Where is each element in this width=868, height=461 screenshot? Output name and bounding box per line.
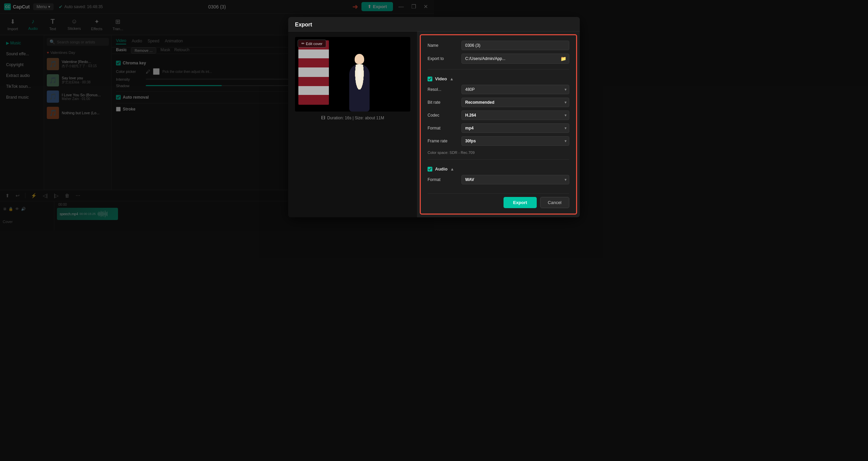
export-to-label: Export to — [428, 56, 434, 61]
edit-cover-button[interactable]: ✏ Edit cover — [298, 40, 326, 47]
color-space-text: Color space: SDR - Rec.709 — [428, 151, 434, 155]
film-icon: 🎞 — [321, 116, 325, 120]
modal-title: Export — [288, 17, 434, 32]
preview-info: 🎞 Duration: 16s | Size: about 11M — [321, 116, 384, 120]
person-body — [349, 64, 370, 112]
framerate-row: Frame rate 24fps 25fps 30fps 60fps — [428, 136, 434, 146]
pencil-icon: ✏ — [301, 41, 304, 46]
name-label: Name — [428, 43, 434, 48]
modal-preview: ✏ Edit cover 🎞 Duration: 16s | Size: abo… — [288, 32, 417, 217]
modal-divider-1 — [428, 69, 434, 69]
export-to-row: Export to 📁 — [428, 54, 434, 64]
export-settings-panel: Name Export to 📁 Video ▲ — [420, 34, 434, 215]
edit-cover-label: Edit cover — [306, 42, 322, 46]
video-section-checkbox[interactable] — [428, 77, 432, 81]
framerate-label: Frame rate — [428, 139, 434, 143]
codec-row: Codec H.264 H.265 VP9 — [428, 111, 434, 120]
audio-format-label: Format — [428, 177, 434, 182]
export-modal: Export ✏ Edit cover — [288, 17, 434, 217]
bitrate-row: Bit rate Recommended Low Medium High — [428, 98, 434, 107]
modal-body: ✏ Edit cover 🎞 Duration: 16s | Size: abo… — [288, 32, 434, 217]
video-section-header: Video ▲ — [428, 76, 434, 81]
resolution-label: Resol... — [428, 87, 434, 92]
audio-section-header: Audio ▲ — [428, 166, 434, 172]
modal-overlay: Export ✏ Edit cover — [0, 0, 434, 230]
person-figure — [342, 47, 376, 112]
video-preview-box: ✏ Edit cover — [295, 37, 410, 112]
resolution-row: Resol... 480P 720P 1080P 2K 4K — [428, 85, 434, 94]
modal-divider-2 — [428, 159, 434, 160]
duration-info: Duration: 16s | Size: about 11M — [327, 116, 384, 120]
format-label: Format — [428, 126, 434, 131]
bitrate-label: Bit rate — [428, 100, 434, 105]
format-row: Format mp4 mov avi — [428, 123, 434, 133]
codec-label: Codec — [428, 113, 434, 118]
flag-bg — [298, 40, 329, 105]
modal-footer-buttons: Export Cancel — [428, 193, 434, 208]
audio-section-checkbox[interactable] — [428, 167, 432, 172]
name-row: Name — [428, 41, 434, 50]
audio-format-row: Format WAV MP3 AAC — [428, 175, 434, 184]
